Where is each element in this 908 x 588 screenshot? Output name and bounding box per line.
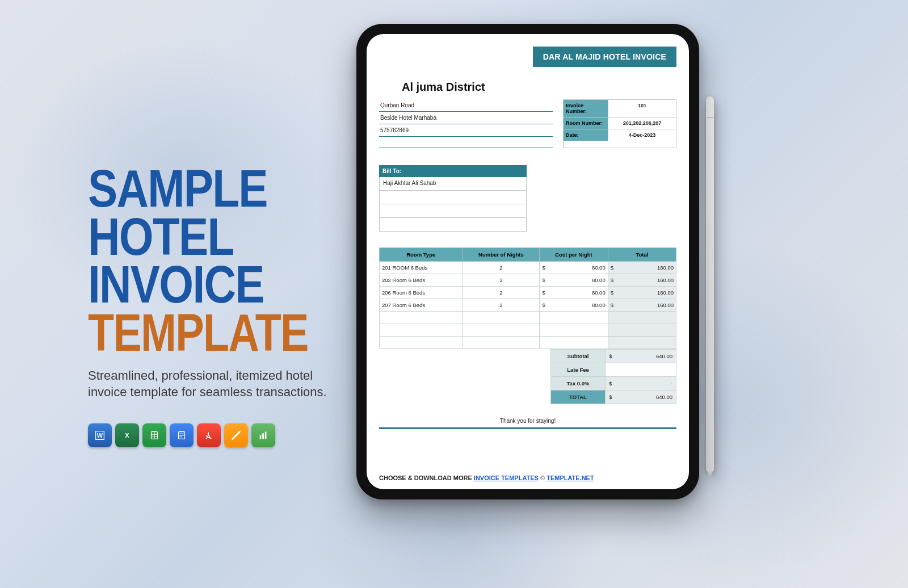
room-number-label: Room Number: <box>564 117 608 129</box>
col-total: Total <box>608 248 676 262</box>
line-items-table: Room Type Number of Nights Cost per Nigh… <box>379 247 676 349</box>
address-line-3: 575762869 <box>379 124 553 137</box>
cell-total: $160.00 <box>608 299 676 312</box>
cell-room: 206 Room 6 Beds <box>380 287 463 299</box>
col-room-type: Room Type <box>380 248 463 262</box>
district-heading: Al juma District <box>402 81 676 94</box>
bill-to-header: Bill To: <box>379 165 527 177</box>
ms-word-icon: W <box>88 423 112 447</box>
cell-cost: $80.00 <box>540 274 608 287</box>
google-sheets-icon <box>142 423 166 447</box>
table-row: 202 Room 6 Beds2$80.00$160.00 <box>380 274 676 287</box>
latefee-label: Late Fee <box>551 363 606 377</box>
pdf-icon <box>197 423 221 447</box>
cell-nights: 2 <box>463 274 540 287</box>
footer-link-site[interactable]: TEMPLATE.NET <box>547 474 594 481</box>
invoice-document: DAR AL MAJID HOTEL INVOICE Al juma Distr… <box>367 34 689 489</box>
bill-to-blank-2 <box>379 204 527 218</box>
subtotal-label: Subtotal <box>551 350 606 363</box>
cell-total: $160.00 <box>608 287 676 299</box>
thank-you-text: Thank you for staying! <box>379 418 676 424</box>
table-row-blank <box>380 337 676 349</box>
bill-to-name: Haji Akhtar Ali Sahab <box>379 177 527 191</box>
table-row: 201 ROOM 6 Beds2$80.00$160.00 <box>380 262 676 274</box>
svg-text:X: X <box>125 432 129 439</box>
apple-pencil <box>706 96 714 471</box>
cell-nights: 2 <box>463 299 540 312</box>
hero-line-3: INVOICE <box>88 261 305 309</box>
tablet-mockup: DAR AL MAJID HOTEL INVOICE Al juma Distr… <box>356 24 699 499</box>
cell-total: $160.00 <box>608 274 676 287</box>
bill-to-blank-1 <box>379 191 527 204</box>
invoice-number-label: Invoice Number: <box>564 100 608 117</box>
table-row-blank <box>380 324 676 337</box>
tax-label: Tax 0.0% <box>551 377 606 390</box>
table-row: 206 Room 6 Beds2$80.00$160.00 <box>380 287 676 299</box>
apple-numbers-icon <box>251 423 275 447</box>
svg-rect-4 <box>260 435 262 439</box>
footer-lead: CHOOSE & DOWNLOAD MORE <box>379 474 474 481</box>
ms-excel-icon: X <box>115 423 139 447</box>
footer-link-templates[interactable]: INVOICE TEMPLATES <box>474 474 539 481</box>
cell-room: 201 ROOM 6 Beds <box>380 262 463 274</box>
bill-to-block: Bill To: Haji Akhtar Ali Sahab <box>379 165 527 232</box>
hero-line-2: HOTEL <box>88 213 305 261</box>
totals-table: Subtotal $640.00 Late Fee Tax 0.0% $- TO… <box>550 349 676 404</box>
hero-line-1: SAMPLE <box>88 165 305 213</box>
cell-cost: $80.00 <box>540 299 608 312</box>
apple-pages-icon <box>224 423 248 447</box>
col-cost: Cost per Night <box>540 248 608 262</box>
hero-line-4: TEMPLATE <box>88 309 297 357</box>
footer-copyright: © <box>539 474 547 481</box>
cell-nights: 2 <box>463 287 540 299</box>
address-line-blank <box>379 137 553 148</box>
address-block: Qurban Road Beside Hotel Marhaba 5757628… <box>379 99 553 148</box>
invoice-banner: DAR AL MAJID HOTEL INVOICE <box>533 47 676 67</box>
app-icons-row: W X <box>88 423 343 447</box>
svg-rect-5 <box>262 433 264 439</box>
cell-room: 207 Room 6 Beds <box>380 299 463 312</box>
subtotal-value: $640.00 <box>606 350 676 363</box>
cell-cost: $80.00 <box>540 287 608 299</box>
footer: CHOOSE & DOWNLOAD MORE INVOICE TEMPLATES… <box>379 468 676 481</box>
tax-value: $- <box>606 377 676 390</box>
room-number-value: 201,202,206,207 <box>608 117 676 129</box>
cell-cost: $80.00 <box>540 262 608 274</box>
tagline: Streamlined, professional, itemized hote… <box>88 367 338 401</box>
date-value: 4-Dec-2023 <box>608 129 676 141</box>
cell-room: 202 Room 6 Beds <box>380 274 463 287</box>
svg-rect-6 <box>265 431 267 439</box>
col-nights: Number of Nights <box>463 248 540 262</box>
date-label: Date: <box>564 129 608 141</box>
grand-total-value: $640.00 <box>606 390 676 404</box>
table-row-blank <box>380 312 676 324</box>
svg-text:W: W <box>97 432 103 439</box>
promo-panel: SAMPLE HOTEL INVOICE TEMPLATE Streamline… <box>88 165 343 447</box>
cell-total: $160.00 <box>608 262 676 274</box>
cell-nights: 2 <box>463 262 540 274</box>
bill-to-blank-3 <box>379 218 527 232</box>
latefee-value <box>606 363 676 377</box>
invoice-number-value: 101 <box>608 100 676 117</box>
table-row: 207 Room 6 Beds2$80.00$160.00 <box>380 299 676 312</box>
address-line-1: Qurban Road <box>379 99 553 112</box>
invoice-meta-table: Invoice Number: 101 Room Number: 201,202… <box>563 99 676 148</box>
grand-total-label: TOTAL <box>551 390 606 404</box>
google-docs-icon <box>170 423 194 447</box>
address-line-2: Beside Hotel Marhaba <box>379 112 553 124</box>
divider <box>379 427 676 429</box>
